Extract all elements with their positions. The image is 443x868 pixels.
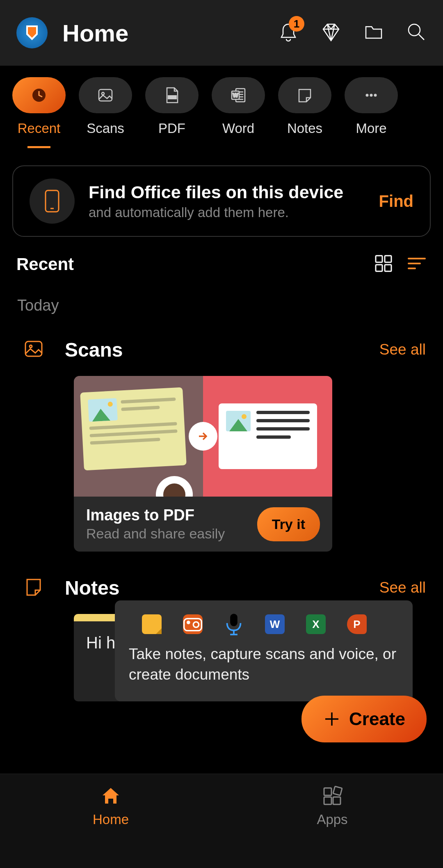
see-all-scans[interactable]: See all — [379, 341, 426, 358]
notification-badge: 1 — [289, 16, 304, 32]
premium-button[interactable] — [321, 22, 341, 44]
svg-rect-17 — [25, 341, 42, 356]
notifications-button[interactable]: 1 — [278, 22, 299, 44]
search-button[interactable] — [406, 22, 427, 44]
svg-rect-13 — [376, 256, 382, 262]
section-title: Recent — [16, 254, 360, 274]
note-icon — [23, 576, 44, 599]
tooltip-text: Take notes, capture scans and voice, or … — [129, 644, 399, 685]
folder-button[interactable] — [363, 22, 384, 44]
banner-title: Find Office files on this device — [89, 182, 365, 202]
svg-point-10 — [370, 94, 373, 97]
powerpoint-icon: P — [347, 614, 367, 634]
scan-card[interactable]: Images to PDF Read and share easily Try … — [74, 376, 332, 552]
header: Home 1 — [0, 0, 443, 66]
scan-card-subtitle: Read and share easily — [86, 526, 249, 542]
camera-icon — [183, 614, 203, 634]
sort-button[interactable] — [407, 256, 427, 273]
svg-point-18 — [30, 345, 32, 348]
svg-rect-15 — [376, 265, 382, 271]
svg-rect-24 — [333, 797, 340, 804]
try-it-button[interactable]: Try it — [257, 507, 320, 541]
filter-scans[interactable]: Scans — [79, 77, 132, 136]
svg-rect-2 — [99, 89, 112, 101]
svg-point-21 — [187, 621, 190, 623]
section-bar: Recent — [0, 237, 443, 283]
note-icon — [278, 77, 331, 113]
arrow-icon — [189, 422, 217, 451]
create-tooltip: W X P Take notes, capture scans and voic… — [115, 600, 413, 701]
word-icon: W — [265, 614, 285, 634]
date-group-label: Today — [0, 283, 443, 323]
svg-rect-14 — [385, 256, 391, 262]
image-icon — [23, 338, 44, 361]
bottom-nav: Home Apps — [0, 774, 443, 868]
phone-icon — [30, 179, 75, 224]
more-icon — [345, 77, 398, 113]
svg-point-11 — [374, 94, 377, 97]
see-all-notes[interactable]: See all — [379, 579, 426, 596]
nav-home[interactable]: Home — [0, 786, 222, 868]
note-icon — [142, 614, 162, 634]
scan-card-title: Images to PDF — [86, 506, 249, 524]
filter-more[interactable]: More — [345, 77, 398, 136]
svg-point-9 — [366, 94, 369, 97]
scans-section-header: Scans See all — [0, 323, 443, 369]
mic-icon — [224, 614, 244, 634]
create-fab[interactable]: Create — [301, 696, 427, 742]
svg-text:PDF: PDF — [169, 96, 176, 99]
find-button[interactable]: Find — [379, 192, 413, 211]
find-files-banner[interactable]: Find Office files on this device and aut… — [12, 165, 431, 237]
image-icon — [79, 77, 132, 113]
svg-point-0 — [409, 24, 420, 36]
filter-recent[interactable]: Recent — [12, 77, 66, 148]
svg-text:W: W — [233, 92, 238, 98]
header-icons: 1 — [278, 22, 427, 44]
notes-section-header: Notes See all — [0, 552, 443, 607]
pdf-icon: PDF — [145, 77, 199, 113]
grid-view-toggle[interactable] — [374, 254, 393, 275]
banner-subtitle: and automatically add them here. — [89, 205, 365, 220]
excel-icon: X — [306, 614, 326, 634]
svg-rect-26 — [333, 786, 342, 795]
svg-rect-22 — [230, 614, 237, 626]
svg-point-20 — [193, 622, 199, 628]
nav-apps[interactable]: Apps — [222, 786, 443, 868]
scan-illustration — [74, 376, 332, 497]
filter-notes[interactable]: Notes — [278, 77, 331, 136]
svg-rect-23 — [324, 788, 331, 795]
page-title: Home — [62, 19, 263, 47]
svg-point-3 — [102, 92, 104, 95]
svg-rect-25 — [324, 797, 331, 804]
word-icon: W — [212, 77, 265, 113]
clock-icon — [12, 77, 66, 113]
svg-rect-16 — [385, 265, 391, 271]
filter-pdf[interactable]: PDF PDF — [145, 77, 199, 136]
app-logo[interactable] — [16, 17, 48, 48]
filter-word[interactable]: W Word — [212, 77, 265, 136]
filter-tabs: Recent Scans PDF PDF W Word Notes More — [0, 66, 443, 148]
